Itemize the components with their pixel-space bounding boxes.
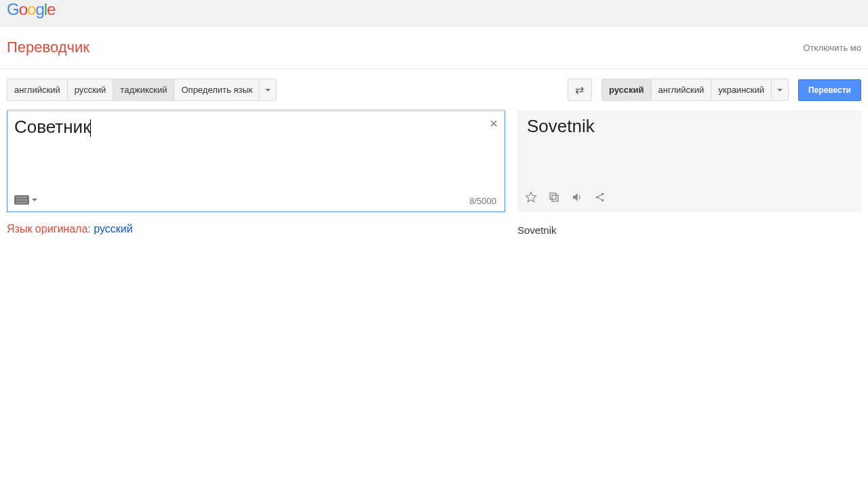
share-icon — [594, 191, 606, 203]
target-lang-option-1[interactable]: английский — [652, 79, 712, 100]
translate-button[interactable]: Перевести — [798, 79, 861, 101]
copy-icon — [548, 191, 560, 203]
svg-rect-0 — [552, 195, 558, 201]
close-icon: × — [490, 116, 498, 131]
target-text-pane: Sovetnik — [517, 110, 861, 212]
keyboard-icon — [14, 195, 29, 205]
detected-language-link[interactable]: русский — [94, 223, 132, 235]
svg-point-3 — [601, 193, 604, 195]
speaker-icon — [571, 191, 583, 203]
chevron-down-icon — [265, 89, 271, 92]
detect-language-button[interactable]: Определить язык — [174, 79, 260, 100]
clear-source-button[interactable]: × — [490, 117, 498, 130]
app-title: Переводчик — [7, 39, 90, 56]
source-lang-option-0[interactable]: английский — [7, 79, 68, 100]
source-lang-option-2[interactable]: таджикский — [113, 79, 174, 100]
character-count: 8/5000 — [469, 196, 496, 206]
detected-language-label: Язык оригинала: — [7, 223, 94, 235]
source-lang-option-1[interactable]: русский — [68, 79, 114, 100]
copy-translation-button[interactable] — [547, 190, 561, 204]
share-translation-button[interactable] — [593, 190, 607, 204]
result-actions — [524, 190, 607, 204]
disable-instant-link[interactable]: Отключить мо — [804, 43, 862, 53]
source-text-input[interactable]: Советник — [14, 117, 480, 138]
source-text-pane: Советник × 8/5000 — [7, 110, 505, 212]
source-lang-dropdown[interactable] — [260, 79, 276, 100]
detected-language-notice: Язык оригинала: русский — [7, 223, 505, 235]
transliteration-text: Sovetnik — [517, 223, 861, 236]
target-language-group: русский английский украинский — [601, 79, 789, 101]
keyboard-input-button[interactable] — [14, 195, 37, 205]
save-translation-button[interactable] — [524, 190, 538, 204]
source-language-group: английский русский таджикский Определить… — [7, 79, 277, 101]
chevron-down-icon — [777, 89, 783, 92]
svg-rect-1 — [550, 193, 556, 199]
svg-point-4 — [601, 199, 604, 201]
target-lang-option-2[interactable]: украинский — [711, 79, 772, 100]
google-logo[interactable]: Google — [7, 0, 861, 19]
listen-translation-button[interactable] — [570, 190, 584, 204]
swap-icon: ⇄ — [575, 83, 584, 96]
target-lang-dropdown[interactable] — [772, 79, 788, 100]
star-icon — [525, 191, 537, 203]
target-lang-option-0[interactable]: русский — [602, 79, 652, 100]
translation-result: Sovetnik — [527, 116, 852, 137]
chevron-down-icon — [32, 199, 37, 201]
swap-languages-button[interactable]: ⇄ — [568, 79, 592, 101]
svg-point-2 — [596, 196, 598, 198]
